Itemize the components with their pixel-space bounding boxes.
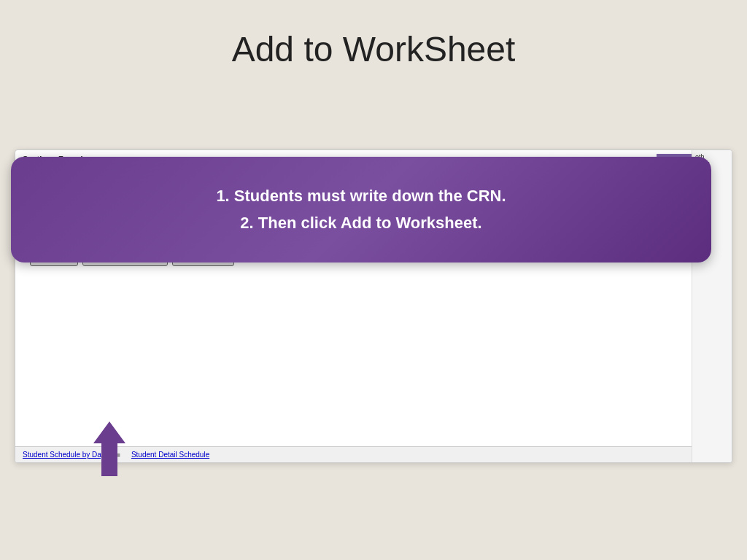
arrow-container [93,421,125,476]
arrow-shaft [101,443,117,476]
page-title: Add to WorkSheet [0,0,747,91]
footer-link-schedule-day[interactable]: Student Schedule by Day [23,451,105,459]
arrow-up-icon [93,421,125,443]
purple-banner: 1. Students must write down the CRN. 2. … [11,157,711,262]
instruction-line1: 1. Students must write down the CRN. 2. … [55,182,667,237]
footer-link-detail-schedule[interactable]: Student Detail Schedule [131,451,209,459]
